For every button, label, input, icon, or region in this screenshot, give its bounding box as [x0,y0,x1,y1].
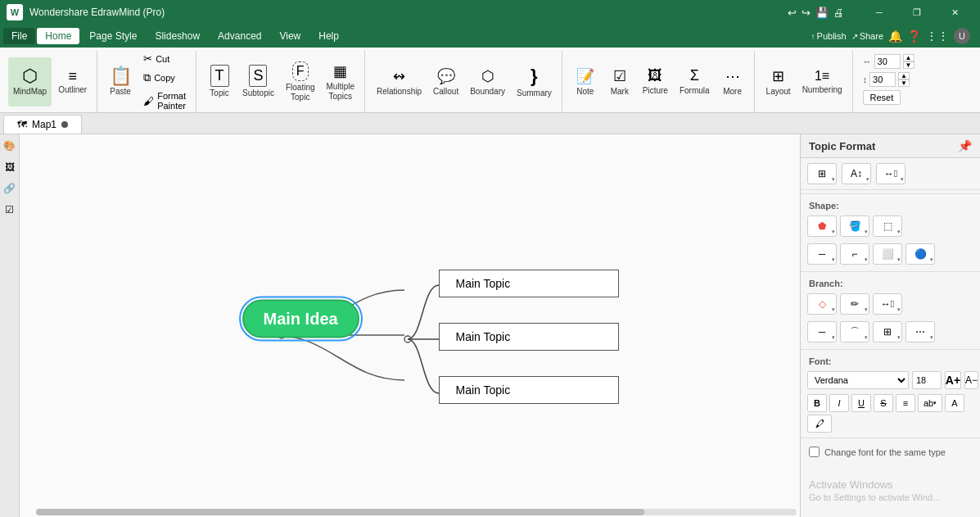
reset-btn[interactable]: Reset [863,90,901,105]
mark-btn[interactable]: ☑ Mark [603,57,636,107]
paste-btn[interactable]: 📋 Paste [104,57,137,107]
shape-layout-btn[interactable]: ⊞ ▾ [807,163,837,184]
multiple-topics-icon: ▦ [333,62,347,80]
font-color-btn[interactable]: A [945,394,964,412]
task-panel-btn[interactable]: ☑ [2,202,18,218]
indent-icon: ab [924,398,933,408]
change-font-checkbox[interactable] [809,447,820,457]
italic-btn[interactable]: I [829,394,849,412]
font-size-down-btn[interactable]: A− [964,371,978,389]
outliner-icon: ≡ [68,69,77,84]
font-label: Font: [801,353,980,368]
publish-btn[interactable]: ↑ Publish [811,31,847,41]
map1-tab[interactable]: 🗺 Map1 [3,115,82,134]
save-btn[interactable]: 💾 [815,7,829,19]
note-btn[interactable]: 📝 Note [569,57,602,107]
menu-slideshow[interactable]: Slideshow [147,28,208,44]
spacing-btn[interactable]: ↔⃞ ▾ [876,163,905,184]
width-down-btn[interactable]: ▼ [903,61,915,69]
picture-btn[interactable]: 🖼 Picture [638,57,673,107]
maximize-btn[interactable]: ❐ [898,0,936,25]
share-btn[interactable]: ↗ Share [851,31,883,41]
format-painter-icon: 🖌 [143,95,154,107]
branch-curve-btn[interactable]: ⌒ ▾ [840,321,869,342]
image-panel-btn[interactable]: 🖼 [2,159,18,175]
notifications-btn[interactable]: 🔔 [888,29,902,43]
copy-btn[interactable]: ⧉ Copy [138,69,191,87]
canvas[interactable]: Main Idea Main Topic Main Topic Main Top… [20,134,800,517]
link-panel-btn[interactable]: 🔗 [2,180,18,197]
close-btn[interactable]: ✕ [936,0,973,25]
user-avatar[interactable]: U [954,28,970,44]
outliner-btn[interactable]: ≡ Outliner [53,57,92,107]
text-format-btn[interactable]: A↕ ▾ [842,163,871,184]
relationship-btn[interactable]: ↭ Relationship [372,57,427,107]
apps-btn[interactable]: ⋮⋮ [926,29,949,43]
callout-icon: 💬 [437,67,455,85]
font-family-select[interactable]: Verdana Arial Times New Roman [807,371,909,389]
menu-advanced[interactable]: Advanced [210,28,269,44]
layout-btn[interactable]: ⊞ Layout [761,57,796,107]
floating-topic-btn[interactable]: F FloatingTopic [281,57,320,107]
menu-home[interactable]: Home [37,28,79,44]
bold-btn[interactable]: B [807,394,827,412]
redo-btn[interactable]: ↪ [802,7,811,19]
multiple-topics-btn[interactable]: ▦ MultipleTopics [322,57,359,107]
height-label: ↕ [863,75,868,84]
main-topic-bot[interactable]: Main Topic [439,376,619,404]
height-up-btn[interactable]: ▲ [898,72,910,79]
numbering-btn[interactable]: 1≡ Numbering [797,57,847,107]
minimize-btn[interactable]: ─ [860,0,898,25]
fill-style-btn[interactable]: 🪣 ▾ [840,215,869,237]
undo-btn[interactable]: ↩ [788,7,797,19]
mindmap-btn[interactable]: ⬡ MindMap [8,57,52,107]
activate-windows-sub: Go to Settings to activate Wind... [809,492,972,502]
panel-pin-btn[interactable]: 📌 [958,139,972,152]
underline-btn[interactable]: U [851,394,871,412]
branch-line-btn[interactable]: ─ ▾ [807,321,837,342]
menu-view[interactable]: View [271,28,309,44]
branch-grid-btn[interactable]: ⊞ ▾ [873,321,902,342]
main-idea-node[interactable]: Main Idea [242,299,359,338]
branch-dots-btn[interactable]: ⋯ ▾ [905,321,935,342]
format-painter-btn[interactable]: 🖌 FormatPainter [138,88,191,113]
print-btn[interactable]: 🖨 [833,7,844,19]
summary-btn[interactable]: } Summary [512,57,557,107]
menu-file[interactable]: File [3,28,35,44]
strikethrough-btn[interactable]: S [874,394,893,412]
border-btn[interactable]: ⬜ ▾ [873,243,902,265]
menu-pagestyle[interactable]: Page Style [81,28,145,44]
width-input[interactable] [874,54,901,69]
right-panel-header: Topic Format 📌 [801,134,980,158]
align-btn[interactable]: ≡ [896,394,915,412]
topic-btn[interactable]: T Topic [203,57,236,107]
branch-layout-btn[interactable]: ↔⃞ ▾ [873,293,902,315]
font-size-input[interactable] [912,371,942,389]
subtopic-btn[interactable]: S Subtopic [237,57,279,107]
help-circle-btn[interactable]: ❓ [907,29,921,43]
boundary-btn[interactable]: ⬡ Boundary [465,57,510,107]
topic-icon: T [210,65,229,87]
shadow-btn[interactable]: ⬚ ▾ [873,215,902,237]
color-btn[interactable]: 🔵 ▾ [905,243,935,265]
formula-btn[interactable]: Σ Formula [675,57,715,107]
more-btn[interactable]: ⋯ More [716,57,749,107]
format-panel-btn[interactable]: 🎨 [2,138,18,154]
callout-btn[interactable]: 💬 Callout [428,57,463,107]
branch-edit-btn[interactable]: ✏ ▾ [840,293,869,315]
highlight-btn[interactable]: 🖍 [807,415,832,433]
height-down-btn[interactable]: ▼ [898,79,910,87]
font-size-up-btn[interactable]: A+ [945,371,961,389]
main-topic-top[interactable]: Main Topic [439,270,619,297]
width-up-btn[interactable]: ▲ [903,54,915,61]
cut-btn[interactable]: ✂ Cut [138,50,191,67]
height-input[interactable] [869,72,896,87]
branch-fill-btn[interactable]: ◇ ▾ [807,293,837,315]
indent-btn[interactable]: ab ▾ [918,394,942,412]
fill-color-btn[interactable]: ⬟ ▾ [807,215,837,237]
menu-help[interactable]: Help [310,28,347,44]
main-topic-mid[interactable]: Main Topic [439,323,619,351]
line-style-btn[interactable]: ─ ▾ [807,243,837,265]
corner-btn[interactable]: ⌐ ▾ [840,243,869,265]
branch-layout-icon: ↔⃞ [881,298,894,310]
